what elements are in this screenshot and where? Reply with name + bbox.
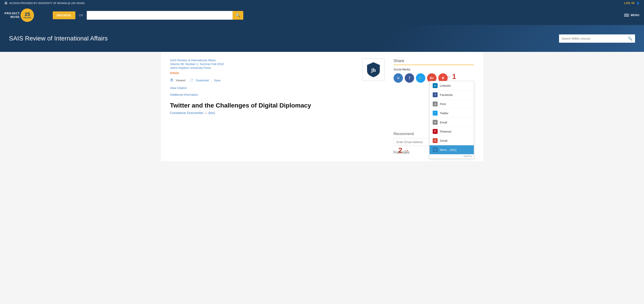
share-divider xyxy=(394,64,474,65)
logo-line2: MUSE xyxy=(10,15,20,19)
login-link[interactable]: LOG IN xyxy=(624,2,634,5)
breadcrumb-links: SAIS Review of International Affairs Vol… xyxy=(170,58,224,75)
email-icon: ✉ xyxy=(433,120,438,125)
breadcrumb-volume[interactable]: Volume 38, Number 2, Summer-Fall 2018 xyxy=(170,62,224,66)
twitter-label: Twitter xyxy=(440,112,448,115)
jhu-shield-svg: jh xyxy=(367,62,380,78)
view-citation-link[interactable]: View Citation xyxy=(170,86,187,90)
journal-search-bar: 🔍 xyxy=(559,34,635,43)
logo-line1: PROJECT xyxy=(4,12,20,15)
jhu-logo: jh xyxy=(362,58,384,81)
menu-label: MENU xyxy=(631,14,640,17)
main-search-input[interactable] xyxy=(87,11,232,19)
download-icon: 📄 xyxy=(190,78,194,82)
viewed-icon: 🖹 xyxy=(170,78,174,82)
main-content: SAIS Review of International Affairs Vol… xyxy=(161,52,483,161)
more-label: More... (181) xyxy=(440,148,456,152)
journal-search-icon: 🔍 xyxy=(628,37,632,40)
print-label: Print xyxy=(440,102,446,106)
dropdown-item-gmail[interactable]: G Gmail xyxy=(430,136,474,145)
svg-text:jh: jh xyxy=(371,67,376,73)
or-text: OR xyxy=(79,14,84,17)
social-icon-twitter[interactable]: 🐦 xyxy=(416,73,425,83)
social-icon-facebook[interactable]: f xyxy=(405,73,414,83)
article-author: Constance Duncombe — (bio) xyxy=(170,111,384,115)
print-icon: 🖨 xyxy=(433,102,438,106)
search-icon: 🔍 xyxy=(236,14,240,17)
save-link[interactable]: Save xyxy=(214,79,221,82)
content-right: Share Social Media ≡ f 🐦 G+ + ← 1 in Li xyxy=(394,58,474,154)
dropdown-item-twitter[interactable]: 🐦 Twitter xyxy=(430,109,474,118)
breadcrumb-press[interactable]: Johns Hopkins University Press xyxy=(170,66,224,70)
facebook-label: Facebook xyxy=(440,93,452,96)
hamburger-icon xyxy=(624,14,629,16)
journal-hero: SAIS Review of International Affairs 🔍 xyxy=(0,25,644,52)
gmail-icon: G xyxy=(433,138,438,143)
additional-info-link[interactable]: Additional Information xyxy=(170,93,198,96)
journal-title: SAIS Review of International Affairs xyxy=(9,35,108,42)
browse-button[interactable]: BROWSE xyxy=(53,12,75,19)
facebook-icon: f xyxy=(433,92,438,97)
main-search-button[interactable]: 🔍 xyxy=(232,11,243,20)
top-bar-left: 🏛 ACCESS PROVIDED BY UNIVERSITY OF NEVAD… xyxy=(4,1,84,5)
linkedin-label: LinkedIn xyxy=(440,84,451,88)
article-badge: Article xyxy=(170,71,224,75)
download-link[interactable]: Download xyxy=(196,79,209,82)
share-dropdown: in LinkedIn f Facebook 🖨 Print 🐦 Twitter… xyxy=(429,81,474,159)
addthis-label: + AddThis xyxy=(430,154,474,158)
logo-area: PROJECT MUSE 25 YEARS xyxy=(4,8,49,22)
dropdown-item-print[interactable]: 🖨 Print xyxy=(430,100,474,109)
twitter-icon: 🐦 xyxy=(433,111,438,116)
author-link[interactable]: Constance Duncombe xyxy=(170,111,203,115)
access-text: ACCESS PROVIDED BY UNIVERSITY OF NEVADA … xyxy=(10,2,84,4)
dropdown-item-more[interactable]: + More... (181) 2 → xyxy=(430,145,474,154)
linkedin-icon: in xyxy=(433,83,438,88)
view-citation: View Citation xyxy=(170,86,224,90)
share-title: Share xyxy=(394,58,474,63)
journal-search-button[interactable]: 🔍 xyxy=(625,34,635,43)
article-title: Twitter and the Challenges of Digital Di… xyxy=(170,102,384,109)
dropdown-item-pinterest[interactable]: P Pinterest xyxy=(430,127,474,136)
logo-badge: 25 YEARS xyxy=(20,8,34,22)
bio-link[interactable]: (bio) xyxy=(208,111,215,115)
email-label: Email xyxy=(440,121,447,124)
institution-icon: 🏛 xyxy=(4,1,8,5)
share-section: Share Social Media ≡ f 🐦 G+ + ← 1 in Li xyxy=(394,58,474,83)
additional-info: Additional Information xyxy=(170,92,224,96)
site-header: PROJECT MUSE 25 YEARS BROWSE OR 🔍 MENU xyxy=(0,6,644,25)
dropdown-item-facebook[interactable]: f Facebook xyxy=(430,90,474,100)
logo-badge-years: YEARS xyxy=(23,17,31,19)
main-search-bar: 🔍 xyxy=(87,11,243,20)
pinterest-icon: P xyxy=(433,129,438,134)
journal-search-input[interactable] xyxy=(559,35,625,42)
menu-button[interactable]: MENU xyxy=(624,14,640,17)
action-bar: 🖹 Viewed 📄 Download | Save xyxy=(170,78,224,82)
top-bar-right: LOG IN 👤 xyxy=(624,2,640,5)
gmail-label: Gmail xyxy=(440,139,448,142)
pinterest-label: Pinterest xyxy=(440,130,451,133)
dropdown-item-email[interactable]: ✉ Email xyxy=(430,118,474,127)
user-icon: 👤 xyxy=(636,2,640,5)
logo-badge-number: 25 xyxy=(24,12,30,17)
social-media-label: Social Media xyxy=(394,68,474,71)
dropdown-item-linkedin[interactable]: in LinkedIn xyxy=(430,81,474,90)
top-bar: 🏛 ACCESS PROVIDED BY UNIVERSITY OF NEVAD… xyxy=(0,0,644,6)
content-left: SAIS Review of International Affairs Vol… xyxy=(170,58,394,154)
more-icon: + xyxy=(433,147,438,152)
social-icon-menu[interactable]: ≡ xyxy=(394,73,403,83)
viewed-label: Viewed xyxy=(176,79,185,82)
breadcrumb-journal[interactable]: SAIS Review of International Affairs xyxy=(170,58,224,62)
separator: | xyxy=(211,79,212,82)
